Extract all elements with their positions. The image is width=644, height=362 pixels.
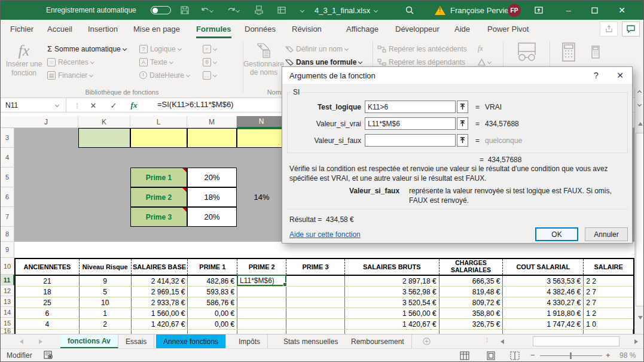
table-cell[interactable]: 25 [16,297,80,308]
name-box-chevron-icon[interactable] [55,103,59,107]
table-row[interactable]: 18 5 2 969,15 € 593,83 € 3 562,98 € 819,… [16,287,633,297]
table-cell[interactable]: 2 [80,319,132,329]
more-functions-button[interactable]: … [203,69,216,81]
table-cell[interactable]: 2 897,18 € [345,276,439,286]
cell-prime2-label[interactable]: Prime 2 [130,187,187,207]
table-cell[interactable] [286,319,345,329]
table-cell[interactable]: 4 [16,319,80,329]
insert-function-fx-icon[interactable]: fx [126,99,142,111]
tab-scrollbar-dots-icon[interactable]: ⁞ [486,336,488,343]
recent-functions-button[interactable]: ☆ Récentes [47,56,94,68]
tab-developpeur[interactable]: Développeur [394,20,441,38]
cancel-entry-icon[interactable]: ✕ [86,99,101,111]
dialog-help-button[interactable]: ? [584,67,608,84]
horizontal-scroll-thumb[interactable] [533,336,619,346]
search-icon[interactable] [405,1,414,20]
math-trig-button[interactable]: θ [203,56,216,68]
define-name-button[interactable]: Définir un nom [285,42,348,55]
remove-arrows-fx-icon[interactable]: fx [478,42,483,55]
ribbon-display-options-icon[interactable] [534,1,544,20]
macro-record-icon[interactable] [44,351,53,361]
name-box[interactable]: N11 [1,98,66,112]
sheet-tab-remboursement[interactable]: Remboursement [344,334,412,348]
maximize-button[interactable] [584,1,605,20]
table-cell[interactable]: 10 [80,297,132,308]
row-header-16[interactable]: 16 [1,328,14,334]
redo-icon[interactable] [227,1,239,20]
cell-K3-green[interactable] [78,128,130,148]
new-sheet-icon[interactable] [423,337,431,345]
print-preview-icon[interactable] [254,1,264,20]
insert-function-button[interactable]: fx Insérer une fonction [5,42,42,78]
vertical-scrollbar[interactable] [634,116,644,334]
autosum-button[interactable]: Σ Somme automatique [47,42,126,55]
dialog-close-icon[interactable]: ✕ [608,67,632,84]
normal-view-icon[interactable] [460,351,469,360]
table-cell[interactable]: 1 420,67 € [345,319,439,329]
table-cell[interactable]: 5 [80,287,132,297]
tab-formules[interactable]: Formules [195,20,233,38]
table-cell[interactable]: 1 2 [584,308,633,318]
formula-input[interactable]: =SI(K11>6;L11*$M$6) [157,100,233,109]
confirm-entry-icon[interactable]: ✓ [106,99,121,111]
tab-donnees[interactable]: Données [243,20,277,38]
table-cell[interactable]: 3 563,53 € [503,276,584,286]
avatar[interactable]: FP [508,1,521,20]
tab-insertion[interactable]: Insertion [87,20,119,38]
sheet-nav-right-icon[interactable] [36,337,44,345]
table-cell[interactable]: 18 [16,287,80,297]
row-header-12[interactable]: 12 [1,285,14,296]
calculate-sheet-button[interactable] [587,45,605,59]
table-cell[interactable] [286,308,345,318]
table-cell[interactable] [237,287,286,297]
zoom-in-icon[interactable]: + [606,351,611,360]
table-cell[interactable]: 9 [80,276,132,286]
arg-input-valeur-si-vrai[interactable]: L11*$M$6 [365,117,456,130]
table-cell[interactable]: 4 382,46 € [503,287,584,297]
table-cell[interactable]: 6 [16,308,80,318]
row-header-8[interactable]: 8 [1,227,14,242]
table-cell[interactable] [286,287,345,297]
lookup-reference-button[interactable]: ⌕ [203,42,216,55]
tab-mise-en-page[interactable]: Mise en page [132,20,181,38]
table-cell[interactable]: 1 747,42 € [503,319,584,329]
table-cell[interactable]: 482,86 € [188,276,237,286]
row-header-5[interactable]: 5 [1,168,14,187]
table-cell[interactable]: 2 933,78 € [132,297,188,308]
table-cell[interactable] [286,297,345,308]
tab-affichage[interactable]: Affichage [345,20,380,38]
alert-warning-icon[interactable] [435,1,445,20]
sheet-tab-essais[interactable]: Essais [118,334,154,348]
tab-fichier[interactable]: Fichier [9,20,35,38]
close-button[interactable]: ✕ [612,1,632,20]
minimize-button[interactable]: – [558,1,579,20]
cell-L3-yellow[interactable] [130,128,187,148]
row-header-6[interactable]: 6 [1,187,14,207]
zoom-slider-knob[interactable] [570,352,572,359]
text-button[interactable]: A Texte [139,56,173,68]
table-row[interactable]: 25 10 2 933,78 € 586,76 € 3 520,54 € 809… [16,297,633,308]
cancel-button[interactable]: Annuler [585,227,628,241]
zoom-out-icon[interactable]: − [530,351,535,360]
page-break-preview-icon[interactable] [510,351,520,360]
table-cell[interactable]: 0,00 € [188,308,237,318]
tab-power-pivot[interactable]: Power Pivot [486,20,530,38]
sheet-tab-annexe-fonctions[interactable]: Annexe fonctions [156,334,226,348]
help-link[interactable]: Aide sur cette fonction [289,230,361,239]
tab-revision[interactable]: Révision [291,20,323,38]
qat-customize-chevron-icon[interactable] [301,1,304,20]
datetime-button[interactable]: DateHeure [139,69,190,81]
row9-blank[interactable] [14,242,634,258]
tab-aide[interactable]: Aide [453,20,471,38]
autosave-toggle[interactable] [146,1,171,20]
row-header-14[interactable]: 14 [1,307,14,318]
ok-button[interactable]: OK [535,227,578,241]
financial-button[interactable]: ▤ Financier [47,69,93,81]
zoom-level[interactable]: 98 % [619,351,636,360]
table-cell[interactable]: 2 969,15 € [132,287,188,297]
row-header-3[interactable]: 3 [1,128,14,148]
table-cell[interactable]: 2 2 [584,276,633,286]
hscroll-left-icon[interactable] [498,337,506,345]
col-header-N[interactable]: N [237,116,286,128]
table-cell[interactable] [286,276,345,286]
